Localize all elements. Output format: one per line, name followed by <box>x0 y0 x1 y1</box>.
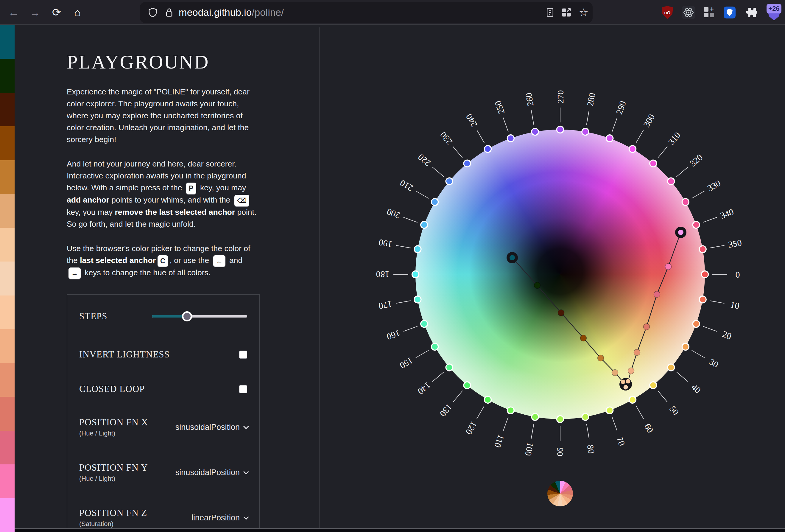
position-fn-y-select[interactable]: sinusoidalPosition <box>175 468 247 477</box>
hue-tick-line <box>477 130 484 143</box>
palette-swatch[interactable] <box>0 126 15 160</box>
ublock-origin-icon[interactable]: uO <box>662 6 673 19</box>
hue-rim-dot[interactable] <box>681 197 690 206</box>
key-←: ← <box>213 255 225 267</box>
hue-rim-dot[interactable] <box>692 221 701 229</box>
hue-rim-dot[interactable] <box>605 134 614 143</box>
closed-loop-checkbox[interactable] <box>239 385 247 393</box>
palette-step-dot <box>628 368 634 374</box>
palette-swatch[interactable] <box>0 25 15 59</box>
react-devtools-icon[interactable] <box>682 6 695 19</box>
hue-rim-dot[interactable] <box>414 296 422 304</box>
reload-icon[interactable]: ⟳ <box>47 0 66 25</box>
palette-swatch[interactable] <box>0 261 15 295</box>
palette-swatch[interactable] <box>0 498 15 532</box>
hue-tick-line <box>677 167 688 177</box>
palette-swatch[interactable] <box>0 363 15 397</box>
hue-rim-dot[interactable] <box>581 413 589 421</box>
bottom-section-edge <box>15 528 785 532</box>
forward-icon[interactable]: → <box>26 0 45 25</box>
palette-swatch[interactable] <box>0 464 15 498</box>
palette-swatch[interactable] <box>0 160 15 194</box>
hue-rim-dot[interactable] <box>557 416 564 423</box>
hue-rim-dot[interactable] <box>648 380 658 390</box>
hue-rim-dot[interactable] <box>483 395 492 404</box>
hue-rim-dot[interactable] <box>531 413 539 421</box>
hue-rim-dot[interactable] <box>692 319 701 328</box>
hue-tick-label: 80 <box>585 444 597 454</box>
home-icon[interactable]: ⌂ <box>68 0 87 25</box>
palette-swatch[interactable] <box>0 194 15 228</box>
grid-plus-extension-icon[interactable]: + <box>704 7 715 18</box>
position-fn-z-value: linearPosition <box>192 513 240 523</box>
palette-swatch[interactable] <box>0 93 15 126</box>
shield-icon[interactable] <box>148 7 157 18</box>
intro-paragraph: And let not your journey end here, dear … <box>67 158 258 230</box>
hue-rim-dot[interactable] <box>506 134 515 143</box>
invert-lightness-checkbox[interactable] <box>239 351 247 359</box>
account-shield-icon[interactable]: +26 <box>766 3 782 22</box>
selected-anchor-point[interactable] <box>624 385 628 389</box>
bitwarden-icon[interactable] <box>724 6 736 19</box>
hue-rim-dot[interactable] <box>414 245 422 253</box>
hue-rim-dot[interactable] <box>483 144 492 153</box>
palette-swatch[interactable] <box>0 59 15 92</box>
hue-rim-dot[interactable] <box>648 159 658 168</box>
picture-in-picture-icon[interactable] <box>562 8 571 17</box>
hue-rim-dot[interactable] <box>462 159 472 168</box>
palette-swatch[interactable] <box>0 397 15 430</box>
hue-rim-dot[interactable] <box>681 342 690 351</box>
hue-rim-dot[interactable] <box>628 144 637 153</box>
hue-rim-dot[interactable] <box>702 271 708 278</box>
hue-rim-dot[interactable] <box>412 271 419 278</box>
hue-rim-dot[interactable] <box>445 176 454 186</box>
steps-slider[interactable] <box>152 311 247 322</box>
hue-tick-label: 240 <box>464 112 479 129</box>
hue-tick-label: 100 <box>523 442 535 457</box>
key-C: C <box>157 255 168 267</box>
anchor-point[interactable] <box>678 230 683 235</box>
hue-rim-dot[interactable] <box>462 380 472 390</box>
hue-rim-dot[interactable] <box>581 128 589 136</box>
hue-rim-dot[interactable] <box>420 221 429 229</box>
chevron-down-icon <box>243 424 249 429</box>
back-icon[interactable]: ← <box>4 0 23 25</box>
hue-rim-dot[interactable] <box>420 319 429 328</box>
hue-tick-line <box>636 406 643 419</box>
palette-path-line <box>512 258 623 382</box>
hue-rim-dot[interactable] <box>699 296 707 304</box>
hue-rim-dot[interactable] <box>605 406 614 415</box>
palette-swatch[interactable] <box>0 296 15 329</box>
lock-icon[interactable] <box>165 7 173 18</box>
hue-tick-label: 10 <box>730 300 740 311</box>
selected-anchor-point[interactable] <box>621 380 625 384</box>
position-fn-z-select[interactable]: linearPosition <box>192 513 247 523</box>
hue-rim-dot[interactable] <box>430 197 439 206</box>
bookmark-star-icon[interactable]: ☆ <box>579 7 588 18</box>
palette-step-dot <box>612 370 618 376</box>
palette-swatch[interactable] <box>0 228 15 261</box>
hue-rim-dot[interactable] <box>445 362 454 372</box>
palette-step-dot <box>634 349 640 356</box>
hue-rim-dot[interactable] <box>628 395 637 404</box>
steps-slider-thumb[interactable] <box>182 311 192 322</box>
reader-view-icon[interactable] <box>546 8 554 17</box>
page-title: PLAYGROUND <box>67 51 263 73</box>
palette-swatch[interactable] <box>0 431 15 464</box>
hue-rim-dot[interactable] <box>666 176 676 186</box>
palette-swatch[interactable] <box>0 329 15 363</box>
anchor-point[interactable] <box>509 255 515 260</box>
hue-tick-label: 300 <box>641 112 656 129</box>
puzzle-extensions-icon[interactable] <box>744 6 757 19</box>
hue-tick-line <box>503 417 508 431</box>
selected-anchor-point[interactable] <box>626 379 630 384</box>
url-bar[interactable]: meodai.github.io/poline/ ☆ <box>140 2 592 23</box>
hue-tick-line <box>587 110 589 125</box>
position-fn-x-select[interactable]: sinusoidalPosition <box>175 423 247 432</box>
hue-rim-dot[interactable] <box>666 362 676 372</box>
hue-rim-dot[interactable] <box>430 342 439 351</box>
hue-rim-dot[interactable] <box>557 126 564 133</box>
hue-rim-dot[interactable] <box>506 406 515 415</box>
hue-rim-dot[interactable] <box>531 128 539 136</box>
hue-rim-dot[interactable] <box>699 245 707 253</box>
